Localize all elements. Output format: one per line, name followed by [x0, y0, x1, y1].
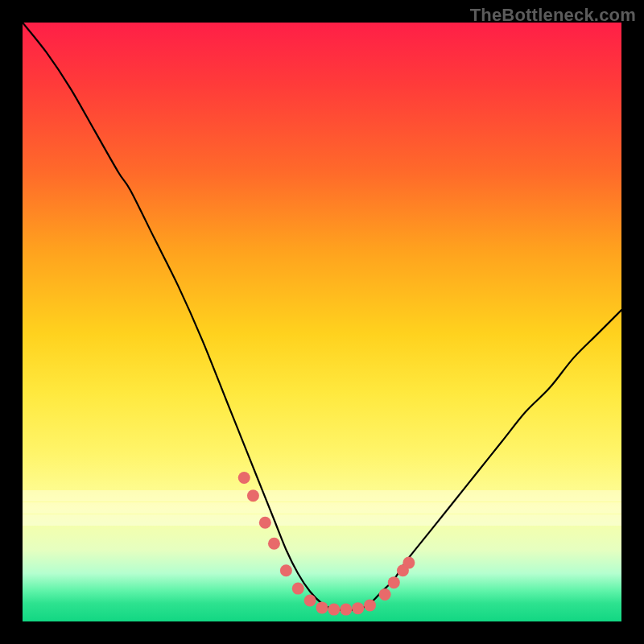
marker-point [340, 604, 352, 616]
marker-point [402, 557, 415, 569]
marker-point [247, 489, 259, 502]
marker-point [280, 564, 292, 576]
marker-point [304, 594, 316, 606]
marker-point [364, 599, 376, 611]
marker-point [388, 576, 400, 588]
bottleneck-curve [23, 23, 621, 610]
chart-svg [23, 23, 621, 621]
plot-area [23, 23, 621, 621]
marker-point [292, 583, 304, 595]
marker-point [316, 601, 328, 613]
marker-point [259, 517, 271, 529]
curve-markers [238, 472, 415, 616]
chart-container: TheBottleneck.com [0, 0, 644, 644]
marker-point [328, 604, 340, 616]
marker-point [268, 538, 280, 550]
marker-point [238, 472, 250, 484]
marker-point [352, 602, 364, 614]
marker-point [379, 588, 391, 601]
